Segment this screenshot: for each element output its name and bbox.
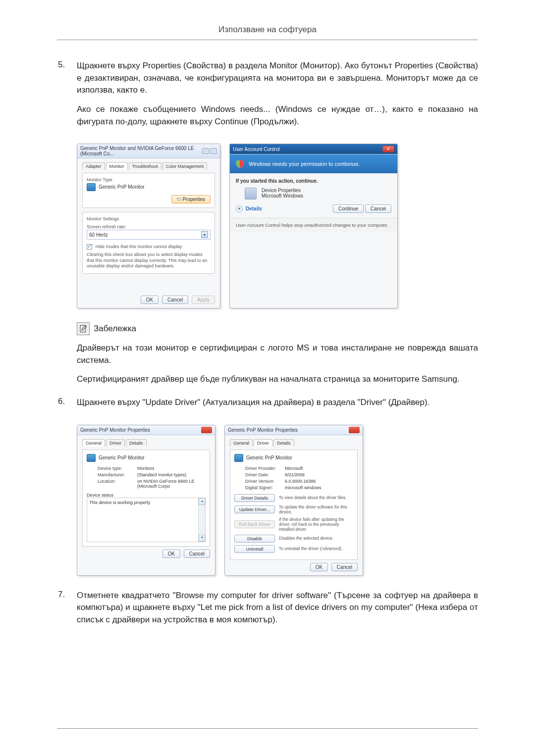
properties-button[interactable]: 🛡 Properties bbox=[171, 195, 211, 203]
device-status-label: Device status bbox=[87, 493, 206, 498]
uac-dialog: User Account Control ✕ Windows needs you… bbox=[229, 144, 398, 308]
update-driver-button[interactable]: Update Driver... bbox=[234, 505, 275, 513]
chevron-down-icon: ▾ bbox=[201, 231, 208, 238]
close-icon[interactable] bbox=[349, 427, 360, 433]
provider-label: Driver Provider: bbox=[245, 466, 285, 471]
titlebar: Generic PnP Monitor Properties bbox=[225, 425, 363, 435]
cancel-button[interactable]: Cancel bbox=[365, 204, 391, 213]
monitor-properties-dialog: Generic PnP Monitor and NVIDIA GeForce 6… bbox=[77, 144, 220, 308]
location-label: Location: bbox=[98, 479, 137, 489]
tab-adapter[interactable]: Adapter bbox=[82, 162, 105, 170]
monitor-name: Generic PnP Monitor bbox=[99, 184, 145, 190]
tab-details[interactable]: Details bbox=[126, 439, 147, 447]
figures-row-2: Generic PnP Monitor Properties General D… bbox=[77, 425, 478, 576]
disable-button[interactable]: Disable bbox=[234, 535, 275, 543]
monitor-icon bbox=[234, 454, 243, 462]
uac-banner-text: Windows needs your permission to contion… bbox=[249, 161, 360, 167]
footer-rule bbox=[57, 728, 478, 729]
monitor-settings-label: Monitor Settings bbox=[87, 216, 211, 222]
scroll-down-icon[interactable]: ▾ bbox=[199, 535, 205, 542]
scroll-up-icon[interactable]: ▴ bbox=[199, 498, 205, 505]
step-5-p1: Щракнете върху Properties (Свойства) в р… bbox=[77, 60, 478, 97]
details-toggle[interactable]: ▾ Details bbox=[236, 205, 262, 212]
step-5-p2: Ако се покаже съобщението Windows needs.… bbox=[77, 103, 478, 128]
device-name: Generic PnP Monitor bbox=[99, 455, 145, 460]
ok-button[interactable]: OK bbox=[310, 563, 328, 571]
tab-monitor[interactable]: Monitor bbox=[106, 162, 128, 170]
tab-general[interactable]: General bbox=[230, 439, 253, 447]
step-number: 5. bbox=[57, 60, 77, 135]
driver-general-dialog: Generic PnP Monitor Properties General D… bbox=[77, 425, 215, 576]
continue-button[interactable]: Continue bbox=[333, 204, 364, 213]
device-status-box: This device is working properly. ▴ ▾ bbox=[87, 498, 206, 542]
driver-driver-dialog: Generic PnP Monitor Properties General D… bbox=[224, 425, 363, 576]
location-value: on NVIDIA GeForce 6600 LE (Microsoft Cor… bbox=[137, 479, 206, 489]
tabs: Adapter Monitor Troubleshoot Color Manag… bbox=[82, 162, 215, 170]
cancel-button[interactable]: Cancel bbox=[184, 550, 210, 558]
hide-modes-label: Hide modes that this monitor cannot disp… bbox=[96, 244, 182, 249]
tab-details[interactable]: Details bbox=[273, 439, 294, 447]
tab-troubleshoot[interactable]: Troubleshoot bbox=[129, 162, 161, 170]
device-status-text: This device is working properly. bbox=[89, 500, 151, 505]
note-icon bbox=[77, 322, 90, 335]
close-icon[interactable] bbox=[201, 427, 212, 433]
close-icon[interactable] bbox=[210, 148, 217, 154]
tab-general[interactable]: General bbox=[82, 439, 105, 447]
monitor-icon bbox=[87, 183, 96, 191]
uac-program-name: Device Properties bbox=[262, 188, 303, 193]
note-heading: Забележка bbox=[77, 322, 478, 335]
scrollbar[interactable]: ▴ ▾ bbox=[198, 498, 205, 542]
window-title: Generic PnP Monitor Properties bbox=[80, 427, 150, 433]
help-icon[interactable] bbox=[202, 148, 209, 154]
hide-modes-checkbox[interactable] bbox=[87, 244, 92, 250]
step-number: 7. bbox=[57, 590, 77, 633]
step-7: 7. Отметнете квадратчето "Browse my comp… bbox=[57, 590, 478, 633]
ok-button[interactable]: OK bbox=[162, 550, 180, 558]
cancel-button[interactable]: Cancel bbox=[331, 563, 358, 571]
date-label: Driver Date: bbox=[245, 472, 285, 477]
rollback-button: Roll Back Driver bbox=[234, 520, 275, 528]
uninstall-desc: To uninstall the driver (Advanced). bbox=[279, 546, 353, 551]
device-type-value: Monitors bbox=[137, 466, 206, 471]
uninstall-button[interactable]: Uninstall bbox=[234, 545, 275, 553]
disable-desc: Disables the selected device. bbox=[279, 536, 353, 541]
version-label: Driver Version: bbox=[245, 479, 285, 484]
tab-driver[interactable]: Driver bbox=[106, 439, 125, 447]
note-p2: Сертифицираният драйвер ще бъде публикув… bbox=[77, 373, 478, 386]
note-title: Забележка bbox=[94, 324, 136, 334]
cancel-button[interactable]: Cancel bbox=[162, 296, 188, 304]
tab-color-management[interactable]: Color Management bbox=[162, 162, 208, 170]
manufacturer-value: (Standard monitor types) bbox=[137, 472, 206, 477]
monitor-icon bbox=[87, 454, 96, 462]
uac-vendor: Microsoft Windows bbox=[262, 193, 303, 199]
chevron-down-icon: ▾ bbox=[236, 205, 243, 212]
manufacturer-label: Manufacturer: bbox=[98, 472, 137, 477]
uac-banner: Windows needs your permission to contion… bbox=[230, 154, 397, 173]
figures-row-1: Generic PnP Monitor and NVIDIA GeForce 6… bbox=[77, 144, 478, 308]
device-name: Generic PnP Monitor bbox=[246, 455, 292, 460]
apply-button: Apply bbox=[192, 296, 215, 304]
signer-label: Digital Signer: bbox=[245, 485, 285, 490]
details-label: Details bbox=[246, 206, 262, 211]
tab-driver[interactable]: Driver bbox=[254, 439, 272, 447]
monitor-type-label: Monitor Type bbox=[87, 177, 211, 183]
window-title: Generic PnP Monitor and NVIDIA GeForce 6… bbox=[80, 146, 202, 156]
titlebar: Generic PnP Monitor Properties bbox=[77, 425, 215, 435]
titlebar: Generic PnP Monitor and NVIDIA GeForce 6… bbox=[77, 144, 220, 158]
version-value: 6.0.6000.16386 bbox=[285, 479, 353, 484]
step-7-p1: Отметнете квадратчето "Browse my compute… bbox=[77, 590, 478, 626]
ok-button[interactable]: OK bbox=[141, 296, 159, 304]
shield-icon bbox=[235, 158, 245, 169]
step-5: 5. Щракнете върху Properties (Свойства) … bbox=[57, 60, 478, 135]
update-driver-desc: To update the driver software for this d… bbox=[279, 504, 353, 514]
driver-details-button[interactable]: Driver Details bbox=[234, 494, 275, 502]
signer-value: microsoft windows bbox=[285, 485, 353, 490]
window-title: Generic PnP Monitor Properties bbox=[228, 427, 298, 433]
page-header: Използване на софтуера bbox=[57, 25, 478, 40]
provider-value: Microsoft bbox=[285, 466, 353, 471]
close-icon[interactable]: ✕ bbox=[382, 146, 394, 152]
refresh-rate-select[interactable]: 60 Hertz ▾ bbox=[87, 230, 211, 240]
date-value: 6/21/2006 bbox=[285, 472, 353, 477]
refresh-rate-value: 60 Hertz bbox=[89, 232, 108, 238]
step-6: 6. Щракнете върху "Update Driver" (Актуа… bbox=[57, 397, 478, 416]
